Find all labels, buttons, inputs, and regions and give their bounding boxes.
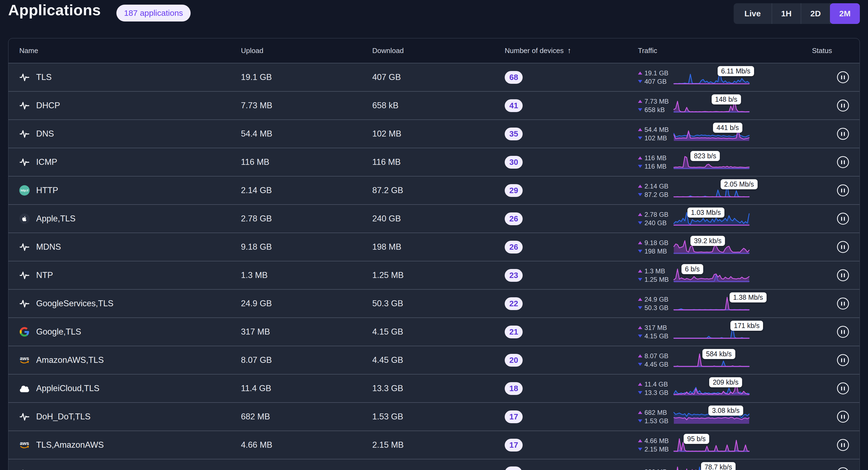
download-value: 1.25 MB [372,270,505,280]
pause-button[interactable] [837,156,849,168]
table-row-http[interactable]: http:// HTTP 2.14 GB 87.2 GB 29 2.14 GB … [8,176,860,204]
upload-value: 8.07 GB [241,355,372,365]
application-name: DHCP [36,101,60,111]
traffic-sparkline: 6.11 Mb/s [674,69,749,85]
upload-value: 682 MB [241,412,372,421]
table-row[interactable]: 330 MB 78.7 kb/s [8,459,860,470]
device-count-badge: 41 [505,99,523,112]
pause-button[interactable] [837,297,849,310]
device-count-badge: 29 [505,184,523,197]
time-range-2m[interactable]: 2M [830,3,860,24]
traffic-upload-total: 317 MB [645,323,667,332]
pause-button[interactable] [837,439,849,451]
upload-arrow-icon [638,439,642,442]
column-header-download[interactable]: Download [372,46,505,55]
traffic-sparkline: 441 b/s [674,126,749,142]
download-arrow-icon [638,306,642,309]
traffic-rate-tooltip: 6.11 Mb/s [718,66,754,76]
download-arrow-icon [638,335,642,338]
download-arrow-icon [638,108,642,111]
pause-button[interactable] [837,354,849,366]
traffic-download-total: 4.15 GB [645,332,669,340]
column-header-name[interactable]: Name [8,46,241,55]
traffic-download-total: 87.2 GB [645,190,669,199]
time-range-2d[interactable]: 2D [801,3,830,24]
upload-value: 116 MB [241,157,372,167]
pause-button[interactable] [837,269,849,281]
table-row-appleicloud-tls[interactable]: AppleiCloud,TLS 11.4 GB 13.3 GB 18 11.4 … [8,374,860,402]
pause-button[interactable] [837,99,849,112]
applications-table: Name Upload Download Number of devices↑ … [8,38,860,470]
pause-button[interactable] [837,213,849,225]
table-row-googleservices-tls[interactable]: GoogleServices,TLS 24.9 GB 50.3 GB 22 24… [8,289,860,317]
pause-button[interactable] [837,467,849,470]
table-row-dns[interactable]: DNS 54.4 MB 102 MB 35 54.4 MB 102 MB 441… [8,119,860,148]
upload-value: 11.4 GB [241,383,372,393]
traffic-sparkline: 823 b/s [674,154,749,170]
traffic-rate-tooltip: 171 kb/s [731,321,763,331]
column-header-traffic[interactable]: Traffic [638,46,812,55]
traffic-rate-tooltip: 95 b/s [684,434,709,444]
table-row-tls[interactable]: TLS 19.1 GB 407 GB 68 19.1 GB 407 GB 6.1… [8,63,860,91]
pause-button[interactable] [837,326,849,338]
pause-button[interactable] [837,71,849,83]
application-name: Google,TLS [36,327,81,337]
page-header: Applications 187 applications Live1H2D2M [0,0,868,38]
traffic-download-total: 50.3 GB [645,304,669,312]
pause-button[interactable] [837,382,849,395]
cloud-icon [20,388,29,392]
pause-button[interactable] [837,184,849,196]
table-row-amazonaws-tls[interactable]: aws AmazonAWS,TLS 8.07 GB 4.45 GB 20 8.0… [8,346,860,374]
pulse-icon [19,129,30,139]
traffic-sparkline: 78.7 kb/s [674,465,749,470]
traffic-upload-total: 24.9 GB [645,295,669,304]
application-name: Apple,TLS [36,214,75,224]
upload-arrow-icon [638,326,642,329]
traffic-sparkline: 171 kb/s [674,324,749,340]
time-range-1h[interactable]: 1H [772,3,801,24]
upload-arrow-icon [638,100,642,103]
column-header-upload[interactable]: Upload [241,46,372,55]
sort-ascending-icon: ↑ [567,46,571,55]
traffic-download-total: 4.45 GB [645,360,669,369]
table-row-apple-tls[interactable]: Apple,TLS 2.78 GB 240 GB 26 2.78 GB 240 … [8,204,860,232]
pause-button[interactable] [837,241,849,253]
pause-button[interactable] [837,128,849,140]
table-row-ntp[interactable]: NTP 1.3 MB 1.25 MB 23 1.3 MB 1.25 MB 6 b… [8,261,860,289]
pulse-icon [19,468,30,470]
download-value: 658 kB [372,101,505,111]
download-arrow-icon [638,278,642,281]
traffic-upload-total: 4.66 MB [645,437,669,445]
table-row-mdns[interactable]: MDNS 9.18 GB 198 MB 26 9.18 GB 198 MB 39… [8,232,860,261]
upload-value: 2.14 GB [241,186,372,195]
traffic-rate-tooltip: 823 b/s [690,151,720,161]
traffic-sparkline: 1.38 Mb/s [674,296,749,311]
upload-arrow-icon [638,241,642,244]
pulse-icon [19,270,30,280]
device-count-badge: 21 [505,325,523,338]
time-range-live[interactable]: Live [734,3,772,24]
traffic-upload-total: 54.4 MB [645,125,669,134]
table-row-google-tls[interactable]: Google,TLS 317 MB 4.15 GB 21 317 MB 4.15… [8,317,860,346]
pause-button[interactable] [837,411,849,423]
device-count-badge: 26 [505,241,523,253]
traffic-sparkline: 148 b/s [674,98,749,114]
page-title: Applications [8,1,101,19]
download-arrow-icon [638,363,642,366]
device-count-badge: 35 [505,128,523,140]
download-value: 13.3 GB [372,383,505,393]
table-row-icmp[interactable]: ICMP 116 MB 116 MB 30 116 MB 116 MB 823 … [8,148,860,176]
table-row-dhcp[interactable]: DHCP 7.73 MB 658 kB 41 7.73 MB 658 kB 14… [8,91,860,119]
download-arrow-icon [638,136,642,139]
traffic-upload-total: 116 MB [645,154,666,162]
column-header-status[interactable]: Status [812,46,860,55]
upload-arrow-icon [638,270,642,273]
table-row-tls-amazonaws[interactable]: aws TLS,AmazonAWS 4.66 MB 2.15 MB 17 4.6… [8,431,860,459]
download-arrow-icon [638,448,642,451]
traffic-upload-total: 19.1 GB [645,69,669,77]
traffic-upload-total: 330 MB [645,468,667,470]
column-header-devices[interactable]: Number of devices↑ [505,46,638,55]
traffic-upload-total: 2.14 GB [645,182,669,190]
table-row-doh-dot-tls[interactable]: DoH_DoT,TLS 682 MB 1.53 GB 17 682 MB 1.5… [8,402,860,431]
table-header: Name Upload Download Number of devices↑ … [8,38,860,63]
